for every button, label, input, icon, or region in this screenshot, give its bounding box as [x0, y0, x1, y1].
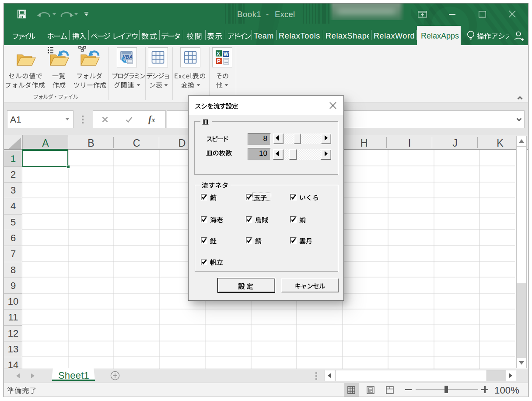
svg-text:X: X	[217, 51, 220, 57]
svg-text:W: W	[224, 51, 229, 57]
svg-text:P: P	[217, 58, 220, 64]
